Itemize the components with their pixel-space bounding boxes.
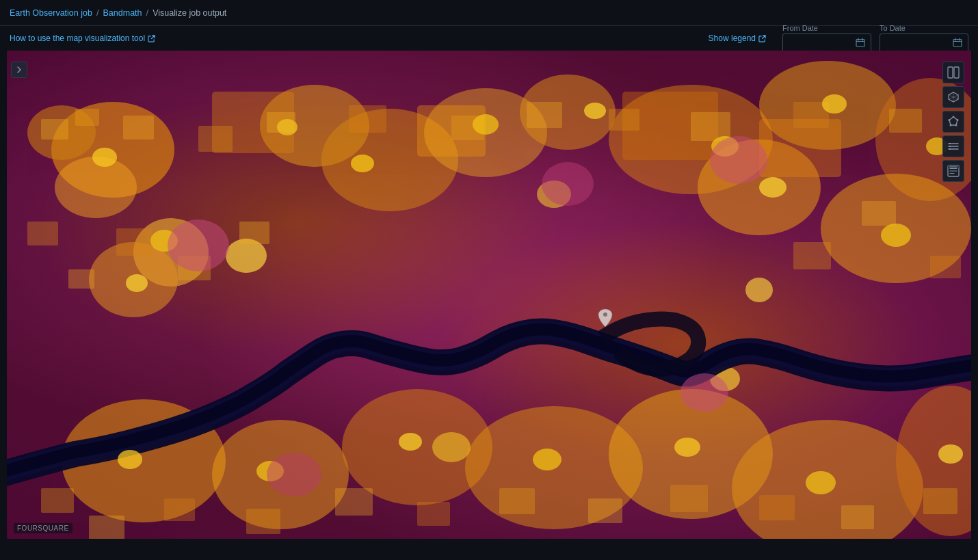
breadcrumb-earth-observation[interactable]: Earth Observation job xyxy=(10,8,92,18)
svg-point-79 xyxy=(881,224,911,247)
svg-rect-52 xyxy=(239,222,269,244)
svg-rect-56 xyxy=(41,488,74,513)
svg-point-76 xyxy=(822,94,847,114)
svg-rect-63 xyxy=(588,498,622,523)
to-date-input[interactable] xyxy=(880,34,968,53)
svg-point-95 xyxy=(953,116,955,118)
svg-rect-39 xyxy=(198,126,233,152)
svg-rect-58 xyxy=(164,498,195,521)
svg-rect-38 xyxy=(123,116,154,139)
svg-rect-103 xyxy=(949,143,951,144)
svg-point-92 xyxy=(603,312,607,317)
svg-point-83 xyxy=(533,449,561,470)
svg-rect-62 xyxy=(499,488,535,514)
svg-rect-47 xyxy=(889,109,922,133)
svg-rect-0 xyxy=(856,39,864,46)
breadcrumb-sep-2: / xyxy=(146,8,149,18)
svg-point-71 xyxy=(277,119,298,135)
svg-rect-55 xyxy=(930,256,961,278)
external-link-icon xyxy=(148,35,155,42)
3d-view-button[interactable] xyxy=(942,86,964,108)
to-date-wrapper: To Date xyxy=(880,24,968,53)
svg-point-91 xyxy=(680,373,728,412)
svg-rect-66 xyxy=(841,505,874,529)
svg-rect-43 xyxy=(527,102,562,128)
svg-rect-54 xyxy=(862,201,896,226)
legend-panel-button[interactable] xyxy=(942,160,964,182)
svg-point-78 xyxy=(759,177,787,198)
svg-point-87 xyxy=(168,219,229,271)
breadcrumb-bandmath[interactable]: Bandmath xyxy=(103,8,142,18)
svg-rect-48 xyxy=(27,222,58,245)
svg-rect-36 xyxy=(41,119,68,139)
svg-rect-53 xyxy=(793,242,831,269)
svg-rect-50 xyxy=(116,228,152,256)
svg-point-74 xyxy=(584,103,606,119)
svg-point-33 xyxy=(745,278,773,302)
breadcrumb-sep-1: / xyxy=(96,8,99,18)
svg-point-84 xyxy=(674,438,700,457)
svg-rect-65 xyxy=(759,495,795,520)
svg-point-70 xyxy=(126,274,148,292)
svg-rect-49 xyxy=(68,269,94,289)
svg-point-80 xyxy=(118,450,142,469)
map-attribution: FOURSQUARE xyxy=(14,523,72,533)
help-link-label: How to use the map visualization tool xyxy=(10,34,145,43)
svg-rect-37 xyxy=(75,109,99,126)
svg-rect-93 xyxy=(948,67,953,78)
collapse-sidebar-button[interactable] xyxy=(11,62,27,78)
map-container: FOURSQUARE xyxy=(7,51,971,539)
svg-rect-41 xyxy=(349,105,386,133)
topbar: Earth Observation job / Bandmath / Visua… xyxy=(0,0,978,26)
toolbar-row: How to use the map visualization tool Sh… xyxy=(0,26,978,51)
svg-point-99 xyxy=(949,119,951,121)
map-toolbar xyxy=(942,62,964,182)
svg-rect-60 xyxy=(335,488,373,516)
breadcrumb: Earth Observation job / Bandmath / Visua… xyxy=(10,8,226,18)
svg-point-34 xyxy=(432,432,471,462)
from-date-input[interactable] xyxy=(782,34,871,53)
svg-point-98 xyxy=(950,124,952,126)
to-date-calendar-icon xyxy=(953,38,962,49)
map-visualization xyxy=(7,51,971,539)
svg-rect-61 xyxy=(417,502,450,526)
layers-list-button[interactable] xyxy=(942,135,964,157)
show-legend-button[interactable]: Show legend xyxy=(709,34,766,43)
draw-polygon-button[interactable] xyxy=(942,111,964,133)
toolbar-right: Show legend From Date xyxy=(709,24,968,53)
svg-rect-67 xyxy=(923,488,957,514)
svg-point-7 xyxy=(55,157,137,218)
svg-point-90 xyxy=(267,453,321,496)
map-canvas[interactable]: FOURSQUARE xyxy=(7,51,971,539)
svg-point-96 xyxy=(957,119,959,121)
breadcrumb-current: Visualize job output xyxy=(153,8,226,18)
svg-point-82 xyxy=(399,433,422,451)
svg-rect-59 xyxy=(246,509,280,534)
svg-rect-105 xyxy=(949,148,951,150)
svg-point-89 xyxy=(710,136,767,184)
show-legend-label: Show legend xyxy=(709,34,756,43)
svg-rect-94 xyxy=(954,67,959,78)
from-date-wrapper: From Date xyxy=(782,24,871,53)
to-date-label: To Date xyxy=(880,24,968,32)
svg-rect-44 xyxy=(609,109,639,131)
svg-point-86 xyxy=(938,444,963,464)
svg-point-85 xyxy=(806,471,836,494)
date-picker-group: From Date To Date xyxy=(782,24,968,53)
legend-external-icon xyxy=(758,35,766,42)
svg-rect-104 xyxy=(949,146,951,147)
from-date-calendar-icon xyxy=(856,38,865,49)
svg-point-73 xyxy=(473,114,499,135)
from-date-label: From Date xyxy=(782,24,871,32)
svg-point-72 xyxy=(351,155,374,172)
split-view-button[interactable] xyxy=(942,62,964,83)
svg-rect-57 xyxy=(89,516,124,539)
help-link[interactable]: How to use the map visualization tool xyxy=(10,34,155,43)
svg-point-68 xyxy=(92,148,117,167)
svg-point-88 xyxy=(542,162,594,206)
svg-rect-1 xyxy=(953,39,962,46)
svg-point-97 xyxy=(955,124,957,126)
svg-rect-64 xyxy=(670,485,708,512)
